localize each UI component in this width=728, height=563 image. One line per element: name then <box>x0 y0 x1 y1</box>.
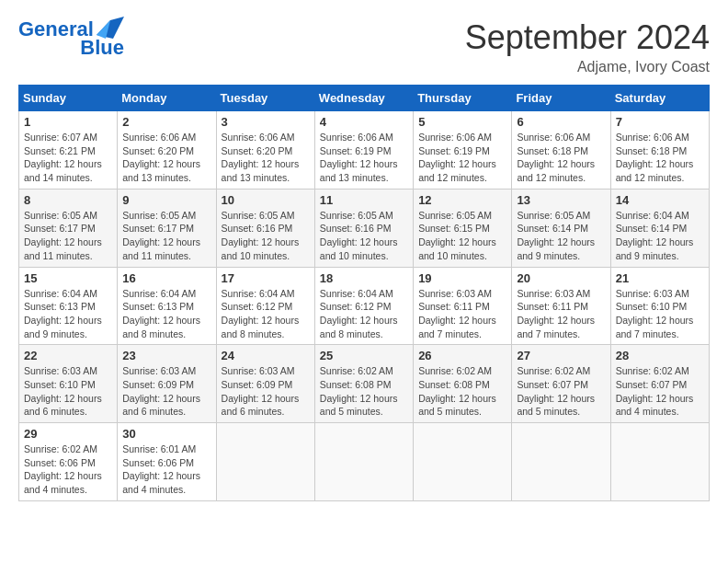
calendar-cell: 6Sunrise: 6:06 AMSunset: 6:18 PMDaylight… <box>512 111 610 190</box>
day-info: Sunrise: 6:02 AMSunset: 6:07 PMDaylight:… <box>616 364 704 419</box>
day-number: 6 <box>517 115 605 129</box>
calendar-cell: 19Sunrise: 6:03 AMSunset: 6:11 PMDayligh… <box>414 267 512 345</box>
day-info: Sunrise: 6:04 AMSunset: 6:13 PMDaylight:… <box>24 287 112 341</box>
day-info: Sunrise: 6:06 AMSunset: 6:20 PMDaylight:… <box>222 131 310 185</box>
day-info: Sunrise: 6:06 AMSunset: 6:19 PMDaylight:… <box>418 131 506 185</box>
calendar-cell: 23Sunrise: 6:03 AMSunset: 6:09 PMDayligh… <box>118 345 216 423</box>
day-number: 26 <box>418 349 506 362</box>
day-number: 12 <box>418 193 506 207</box>
calendar-cell <box>512 423 610 501</box>
calendar-cell: 1Sunrise: 6:07 AMSunset: 6:21 PMDaylight… <box>19 111 118 190</box>
day-number: 7 <box>616 115 704 129</box>
day-info: Sunrise: 6:03 AMSunset: 6:09 PMDaylight:… <box>222 364 310 419</box>
day-number: 4 <box>320 115 408 129</box>
calendar-week-1: 1Sunrise: 6:07 AMSunset: 6:21 PMDaylight… <box>19 111 710 190</box>
logo: General Blue <box>18 18 124 59</box>
day-info: Sunrise: 6:02 AMSunset: 6:08 PMDaylight:… <box>418 364 506 419</box>
day-number: 17 <box>222 271 310 285</box>
day-info: Sunrise: 6:06 AMSunset: 6:20 PMDaylight:… <box>122 131 210 185</box>
calendar-cell: 9Sunrise: 6:05 AMSunset: 6:17 PMDaylight… <box>118 189 216 267</box>
day-info: Sunrise: 6:04 AMSunset: 6:14 PMDaylight:… <box>616 209 704 263</box>
day-number: 13 <box>517 193 605 207</box>
calendar-cell: 2Sunrise: 6:06 AMSunset: 6:20 PMDaylight… <box>118 111 216 190</box>
day-info: Sunrise: 6:03 AMSunset: 6:11 PMDaylight:… <box>418 287 506 341</box>
day-info: Sunrise: 6:03 AMSunset: 6:09 PMDaylight:… <box>122 364 210 419</box>
calendar-cell: 8Sunrise: 6:05 AMSunset: 6:17 PMDaylight… <box>19 189 118 267</box>
day-number: 10 <box>222 193 310 207</box>
day-header-friday: Friday <box>512 86 610 111</box>
day-number: 23 <box>122 349 210 362</box>
day-info: Sunrise: 6:05 AMSunset: 6:14 PMDaylight:… <box>517 209 605 263</box>
calendar-cell: 28Sunrise: 6:02 AMSunset: 6:07 PMDayligh… <box>610 345 709 423</box>
calendar-cell: 3Sunrise: 6:06 AMSunset: 6:20 PMDaylight… <box>216 111 314 190</box>
day-number: 19 <box>418 271 506 285</box>
day-number: 28 <box>616 349 704 362</box>
day-info: Sunrise: 6:05 AMSunset: 6:17 PMDaylight:… <box>122 209 210 263</box>
day-number: 16 <box>122 271 210 285</box>
calendar-header: SundayMondayTuesdayWednesdayThursdayFrid… <box>19 86 710 111</box>
day-number: 14 <box>616 193 704 207</box>
day-number: 27 <box>517 349 605 362</box>
month-title: September 2024 <box>465 18 710 57</box>
day-number: 29 <box>24 427 112 441</box>
header-row: SundayMondayTuesdayWednesdayThursdayFrid… <box>19 86 710 111</box>
calendar-cell: 14Sunrise: 6:04 AMSunset: 6:14 PMDayligh… <box>610 189 709 267</box>
calendar-cell: 21Sunrise: 6:03 AMSunset: 6:10 PMDayligh… <box>610 267 709 345</box>
day-info: Sunrise: 6:05 AMSunset: 6:16 PMDaylight:… <box>222 209 310 263</box>
day-number: 24 <box>222 349 310 362</box>
day-info: Sunrise: 6:03 AMSunset: 6:11 PMDaylight:… <box>517 287 605 341</box>
calendar-cell <box>610 423 709 501</box>
day-number: 22 <box>24 349 112 362</box>
day-info: Sunrise: 6:05 AMSunset: 6:15 PMDaylight:… <box>418 209 506 263</box>
calendar-week-5: 29Sunrise: 6:02 AMSunset: 6:06 PMDayligh… <box>19 423 710 501</box>
calendar-cell: 25Sunrise: 6:02 AMSunset: 6:08 PMDayligh… <box>314 345 413 423</box>
day-number: 20 <box>517 271 605 285</box>
calendar-cell: 22Sunrise: 6:03 AMSunset: 6:10 PMDayligh… <box>19 345 118 423</box>
calendar-cell <box>414 423 512 501</box>
calendar-cell: 24Sunrise: 6:03 AMSunset: 6:09 PMDayligh… <box>216 345 314 423</box>
calendar-cell: 26Sunrise: 6:02 AMSunset: 6:08 PMDayligh… <box>414 345 512 423</box>
calendar-cell: 4Sunrise: 6:06 AMSunset: 6:19 PMDaylight… <box>314 111 413 190</box>
calendar-cell: 5Sunrise: 6:06 AMSunset: 6:19 PMDaylight… <box>414 111 512 190</box>
day-number: 18 <box>320 271 408 285</box>
calendar-cell <box>216 423 314 501</box>
day-number: 21 <box>616 271 704 285</box>
day-number: 5 <box>418 115 506 129</box>
calendar-cell: 13Sunrise: 6:05 AMSunset: 6:14 PMDayligh… <box>512 189 610 267</box>
calendar-cell: 18Sunrise: 6:04 AMSunset: 6:12 PMDayligh… <box>314 267 413 345</box>
day-info: Sunrise: 6:04 AMSunset: 6:12 PMDaylight:… <box>222 287 310 341</box>
day-info: Sunrise: 6:04 AMSunset: 6:13 PMDaylight:… <box>122 287 210 341</box>
calendar-week-3: 15Sunrise: 6:04 AMSunset: 6:13 PMDayligh… <box>19 267 710 345</box>
day-header-saturday: Saturday <box>610 86 709 111</box>
day-info: Sunrise: 6:06 AMSunset: 6:18 PMDaylight:… <box>616 131 704 185</box>
title-area: September 2024 Adjame, Ivory Coast <box>465 18 710 75</box>
day-info: Sunrise: 6:03 AMSunset: 6:10 PMDaylight:… <box>616 287 704 341</box>
calendar-cell: 27Sunrise: 6:02 AMSunset: 6:07 PMDayligh… <box>512 345 610 423</box>
page-header: General Blue September 2024 Adjame, Ivor… <box>18 18 710 75</box>
calendar-cell: 30Sunrise: 6:01 AMSunset: 6:06 PMDayligh… <box>118 423 216 501</box>
logo-blue-text: Blue <box>80 37 124 59</box>
day-info: Sunrise: 6:02 AMSunset: 6:07 PMDaylight:… <box>517 364 605 419</box>
day-info: Sunrise: 6:05 AMSunset: 6:17 PMDaylight:… <box>24 209 112 263</box>
location-title: Adjame, Ivory Coast <box>465 59 710 75</box>
calendar-cell: 15Sunrise: 6:04 AMSunset: 6:13 PMDayligh… <box>19 267 118 345</box>
day-info: Sunrise: 6:02 AMSunset: 6:08 PMDaylight:… <box>320 364 408 419</box>
day-header-tuesday: Tuesday <box>216 86 314 111</box>
calendar-table: SundayMondayTuesdayWednesdayThursdayFrid… <box>18 85 710 501</box>
day-number: 3 <box>222 115 310 129</box>
day-number: 1 <box>24 115 112 129</box>
day-header-monday: Monday <box>118 86 216 111</box>
calendar-cell: 11Sunrise: 6:05 AMSunset: 6:16 PMDayligh… <box>314 189 413 267</box>
calendar-cell: 7Sunrise: 6:06 AMSunset: 6:18 PMDaylight… <box>610 111 709 190</box>
calendar-cell: 16Sunrise: 6:04 AMSunset: 6:13 PMDayligh… <box>118 267 216 345</box>
day-info: Sunrise: 6:02 AMSunset: 6:06 PMDaylight:… <box>24 442 112 497</box>
calendar-cell <box>314 423 413 501</box>
day-number: 2 <box>122 115 210 129</box>
day-info: Sunrise: 6:06 AMSunset: 6:19 PMDaylight:… <box>320 131 408 185</box>
day-header-sunday: Sunday <box>19 86 118 111</box>
day-number: 8 <box>24 193 112 207</box>
day-number: 9 <box>122 193 210 207</box>
day-info: Sunrise: 6:04 AMSunset: 6:12 PMDaylight:… <box>320 287 408 341</box>
calendar-cell: 10Sunrise: 6:05 AMSunset: 6:16 PMDayligh… <box>216 189 314 267</box>
calendar-cell: 12Sunrise: 6:05 AMSunset: 6:15 PMDayligh… <box>414 189 512 267</box>
